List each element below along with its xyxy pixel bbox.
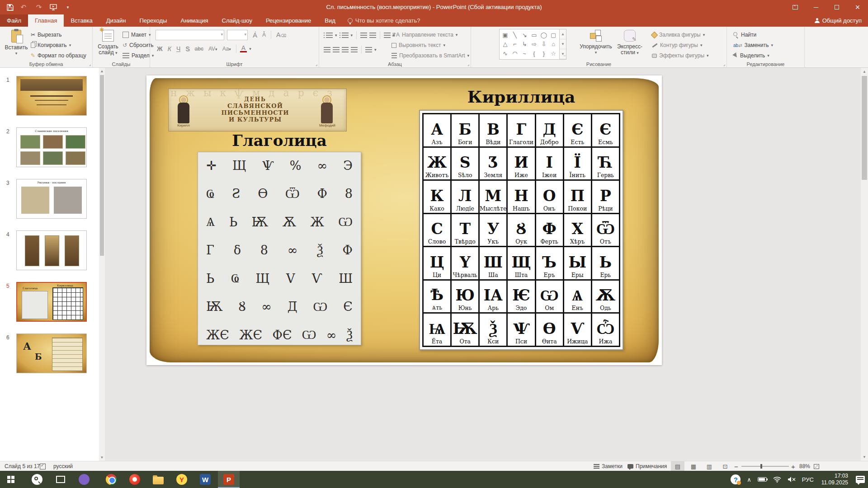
thumb-scroll-up-icon[interactable]: ▲ <box>99 69 105 73</box>
copy-button[interactable]: Копировать▾ <box>31 40 71 50</box>
format-painter-button[interactable]: ✎ Формат по образцу <box>31 51 86 61</box>
grow-font-button[interactable]: А́ <box>251 31 259 39</box>
decrease-indent-icon[interactable] <box>360 33 367 38</box>
elbow-arrow-connector-shape-icon[interactable]: ↳ <box>520 40 529 49</box>
font-name-combo[interactable] <box>156 30 224 40</box>
text-shadow-button[interactable]: S <box>184 45 191 52</box>
shapes-more-icon[interactable]: ▼̲ <box>560 49 566 59</box>
section-button[interactable]: Раздел▾ <box>123 51 154 61</box>
file-explorer-button[interactable] <box>147 471 169 488</box>
font-dialog-launcher[interactable]: ⌟ <box>316 62 317 66</box>
slide-thumbnail-4[interactable] <box>16 230 87 270</box>
oval-shape-icon[interactable]: ◯ <box>539 30 548 39</box>
arrow-line-shape-icon[interactable]: ↘ <box>520 30 529 39</box>
underline-button[interactable]: Ч <box>175 45 182 52</box>
fit-to-window-button[interactable]: ⤢ <box>814 461 819 471</box>
flowchart-shape-shape-icon[interactable]: ⌂ <box>549 40 558 49</box>
quick-styles-button[interactable]: Экспресс-стили ▾ <box>614 28 646 60</box>
new-slide-button[interactable]: Создатьслайд ▾ <box>95 28 121 60</box>
start-button[interactable] <box>0 471 22 488</box>
tab-5[interactable]: Слайд-шоу <box>215 14 259 27</box>
curve-shape-icon[interactable]: ~ <box>520 49 529 58</box>
app-chrome[interactable] <box>100 471 122 488</box>
canvas-scrollbar[interactable]: ▲ ▼ <box>861 68 868 461</box>
canvas-scroll-up-icon[interactable]: ▲ <box>861 70 868 74</box>
tell-me-box[interactable]: Что вы хотите сделать? <box>342 14 426 27</box>
search-button[interactable] <box>26 471 48 488</box>
tab-6[interactable]: Рецензирование <box>259 14 318 27</box>
select-button[interactable]: Выделить▾ <box>733 51 769 61</box>
text-box-shape-icon[interactable]: ▣ <box>500 30 510 39</box>
replace-button[interactable]: ab⇄Заменить▾ <box>733 40 773 50</box>
task-view-button[interactable] <box>50 471 71 488</box>
tab-0[interactable]: Главная <box>28 14 64 27</box>
tab-file[interactable]: Файл <box>0 14 28 27</box>
font-color-button[interactable]: А <box>240 45 247 52</box>
canvas-scroll-down-icon[interactable]: ▼ <box>861 455 868 459</box>
shapes-scroll-down-icon[interactable]: ▼ <box>560 39 566 49</box>
thumbnail-panel-scrollbar[interactable]: ▲ ▼ <box>99 68 105 461</box>
language-indicator-tray[interactable]: РУС <box>799 471 817 488</box>
down-arrow-shape-icon[interactable]: ⇩ <box>539 40 548 49</box>
triangle-shape-icon[interactable]: △ <box>500 40 510 49</box>
line-shape-icon[interactable]: ╲ <box>510 30 519 39</box>
tab-1[interactable]: Вставка <box>64 14 99 27</box>
shrink-font-button[interactable]: А̌ <box>261 32 267 38</box>
increase-indent-icon[interactable] <box>369 33 376 38</box>
align-right-icon[interactable] <box>342 47 349 52</box>
app-yandex-browser[interactable] <box>124 471 146 488</box>
zoom-level[interactable]: 88% <box>799 461 810 471</box>
help-bubble-icon[interactable]: ? <box>727 471 744 488</box>
normal-view-button[interactable]: ▤ <box>671 461 684 471</box>
comments-button[interactable]: Примечания <box>627 461 667 471</box>
clear-formatting-button[interactable]: А⌫ <box>275 31 288 38</box>
slide-thumbnail-6[interactable]: АБ <box>16 333 87 373</box>
arc-shape-icon[interactable]: ◠ <box>510 49 519 58</box>
font-size-combo[interactable] <box>227 30 248 40</box>
zoom-slider[interactable] <box>741 466 789 467</box>
slide-sorter-view-button[interactable]: ▦ <box>687 461 700 471</box>
notes-button[interactable]: Заметки <box>594 461 623 471</box>
numbering-icon[interactable] <box>342 33 349 38</box>
slide-thumbnail-5[interactable]: ГлаголицаКириллица <box>16 282 87 322</box>
scribble-shape-icon[interactable]: ∿ <box>500 49 510 58</box>
tab-4[interactable]: Анимация <box>174 14 215 27</box>
elbow-connector-shape-icon[interactable]: ⌐ <box>510 40 519 49</box>
star-shape-icon[interactable]: ☆ <box>549 49 558 58</box>
app-word[interactable]: W <box>194 471 216 488</box>
shapes-scroll-up-icon[interactable]: ▲ <box>560 29 566 39</box>
shape-fill-button[interactable]: Заливка фигуры▾ <box>652 30 705 40</box>
reading-view-button[interactable]: ▥ <box>703 461 716 471</box>
shape-outline-button[interactable]: Контур фигуры▾ <box>652 40 702 50</box>
reset-button[interactable]: ↺Сбросить <box>123 40 153 50</box>
slideshow-view-button[interactable]: ⊡ <box>718 461 732 471</box>
zoom-slider-thumb[interactable] <box>760 464 762 469</box>
app-powerpoint-active[interactable]: P <box>218 471 240 488</box>
shape-effects-button[interactable]: Эффекты фигуры▾ <box>652 51 709 61</box>
zoom-out-button[interactable]: − <box>734 461 738 471</box>
paste-button[interactable]: Вставить▾ <box>4 28 29 60</box>
justify-icon[interactable] <box>351 47 358 52</box>
slide-5[interactable]: Кирилл ДЕНЬ СЛАВЯНСКОЙ ПИСЬМЕННОСТИ И КУ… <box>146 75 662 365</box>
share-button[interactable]: Общий доступ <box>815 14 862 27</box>
left-brace-shape-icon[interactable]: { <box>529 49 539 58</box>
paragraph-dialog-launcher[interactable]: ⌟ <box>467 62 469 66</box>
shapes-gallery-scrollbar[interactable]: ▲ ▼ ▼̲ <box>560 29 566 60</box>
cut-button[interactable]: ✂ Вырезать <box>31 30 61 40</box>
line-spacing-icon[interactable] <box>384 33 391 38</box>
columns-icon[interactable] <box>365 47 372 52</box>
bullets-icon[interactable] <box>326 33 333 38</box>
battery-icon[interactable] <box>755 471 770 488</box>
arrange-button[interactable]: Упорядочить▾ <box>580 28 612 60</box>
align-center-icon[interactable] <box>333 47 340 52</box>
rectangle-shape-icon[interactable]: ▭ <box>529 30 539 39</box>
language-indicator[interactable]: русский <box>53 461 73 471</box>
align-left-icon[interactable] <box>324 47 330 52</box>
smartart-button[interactable]: Преобразовать в SmartArt▾ <box>392 51 469 61</box>
align-text-button[interactable]: Выровнять текст▾ <box>392 40 445 50</box>
change-case-button[interactable]: Aa▾ <box>221 46 232 52</box>
wifi-icon[interactable] <box>770 471 784 488</box>
rounded-rectangle-shape-icon[interactable]: ▢ <box>549 30 558 39</box>
layout-button[interactable]: Макет▾ <box>123 30 151 40</box>
ribbon-display-options-icon[interactable] <box>785 0 806 14</box>
